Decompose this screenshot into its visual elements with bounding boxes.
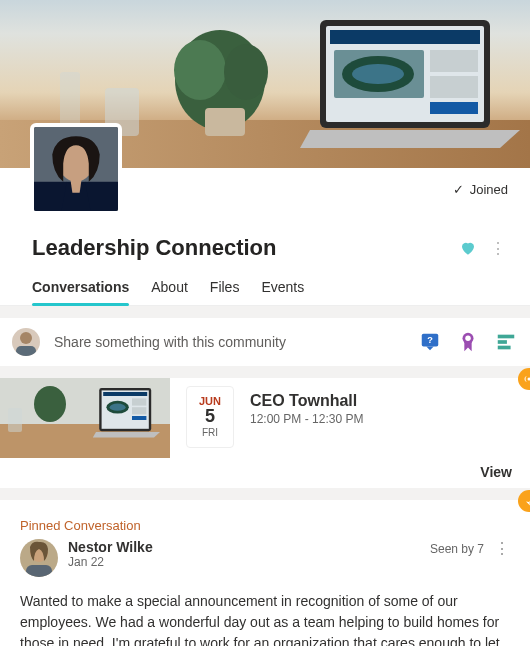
questions-icon[interactable]: ? — [418, 330, 442, 354]
event-card: JUN 5 FRI CEO Townhall 12:00 PM - 12:30 … — [0, 378, 530, 488]
event-thumbnail — [0, 378, 170, 458]
joined-button[interactable]: ✓ Joined — [443, 178, 518, 201]
svg-marker-8 — [300, 130, 520, 148]
hero: ✓ Joined — [0, 0, 530, 213]
svg-rect-42 — [8, 408, 22, 432]
pinned-label: Pinned Conversation — [20, 518, 510, 533]
svg-rect-15 — [430, 50, 478, 72]
svg-point-43 — [34, 386, 66, 422]
svg-rect-11 — [330, 30, 480, 44]
svg-point-14 — [352, 64, 404, 84]
svg-point-4 — [224, 44, 268, 100]
tab-about[interactable]: About — [151, 273, 188, 305]
compose-placeholder: Share something with this community — [54, 334, 404, 350]
post-author-name[interactable]: Nestor Wilke — [68, 539, 153, 555]
post-seen-by[interactable]: Seen by 7 — [430, 542, 484, 556]
community-avatar — [30, 123, 122, 215]
pinned-post-card: Pinned Conversation Nestor Wilke Jan 22 … — [0, 500, 530, 646]
svg-rect-17 — [430, 102, 478, 114]
compose-box[interactable]: Share something with this community ? — [0, 318, 530, 366]
svg-point-3 — [174, 40, 226, 100]
post-date: Jan 22 — [68, 555, 153, 569]
svg-rect-28 — [498, 340, 507, 344]
post-body: Wanted to make a special announcement in… — [20, 591, 510, 646]
page-title: Leadership Connection — [32, 235, 456, 261]
poll-icon[interactable] — [494, 330, 518, 354]
favorite-button[interactable] — [456, 236, 480, 260]
joined-label: Joined — [470, 182, 508, 197]
svg-rect-40 — [132, 407, 146, 414]
svg-rect-16 — [430, 76, 478, 98]
praise-icon[interactable] — [456, 330, 480, 354]
pin-icon — [518, 490, 530, 512]
svg-rect-45 — [26, 565, 52, 577]
tab-events[interactable]: Events — [261, 273, 304, 305]
tab-conversations[interactable]: Conversations — [32, 273, 129, 305]
event-date: JUN 5 FRI — [186, 386, 234, 448]
svg-rect-29 — [498, 346, 511, 350]
svg-point-21 — [20, 332, 32, 344]
event-title: CEO Townhall — [250, 392, 363, 410]
svg-rect-27 — [498, 335, 515, 339]
check-icon: ✓ — [453, 182, 464, 197]
svg-rect-39 — [132, 398, 146, 405]
svg-rect-5 — [205, 108, 245, 136]
post-more-button[interactable]: ⋮ — [494, 539, 510, 558]
svg-text:?: ? — [427, 335, 433, 345]
svg-marker-33 — [93, 432, 160, 438]
svg-rect-41 — [132, 416, 146, 420]
post-body-text: Wanted to make a special announcement in… — [20, 593, 500, 646]
community-header-card: ✓ Joined Leadership Connection ⋮ Convers… — [0, 0, 530, 306]
event-view-button[interactable]: View — [0, 458, 530, 488]
event-day: 5 — [187, 407, 233, 427]
post-author-avatar — [20, 539, 58, 577]
svg-rect-36 — [103, 392, 147, 396]
svg-point-26 — [465, 336, 471, 342]
tab-files[interactable]: Files — [210, 273, 240, 305]
header-more-button[interactable]: ⋮ — [486, 236, 510, 260]
current-user-avatar — [12, 328, 40, 356]
event-time: 12:00 PM - 12:30 PM — [250, 412, 363, 426]
event-weekday: FRI — [187, 427, 233, 438]
svg-point-38 — [110, 404, 126, 411]
svg-rect-22 — [16, 346, 36, 356]
community-tabs: Conversations About Files Events — [0, 269, 530, 306]
